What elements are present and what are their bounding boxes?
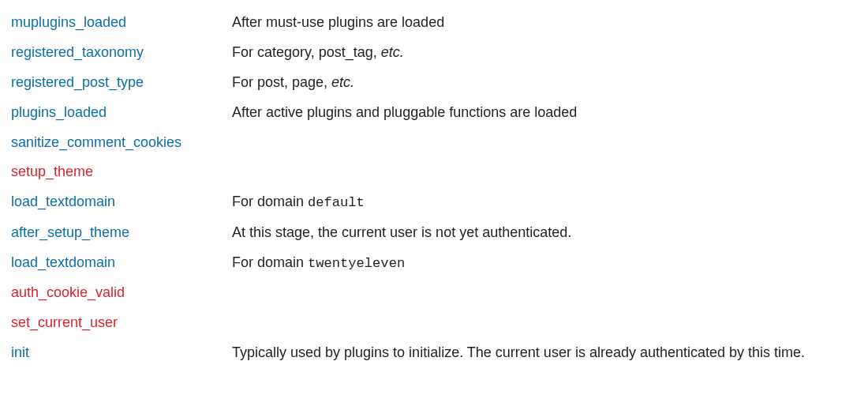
hook-link[interactable]: auth_cookie_valid [11, 284, 125, 300]
hook-cell: load_textdomain [11, 187, 232, 217]
hook-description: After active plugins and pluggable funct… [232, 98, 857, 128]
hook-cell: after_setup_theme [11, 218, 232, 248]
hook-link[interactable]: plugins_loaded [11, 104, 107, 120]
hooks-table: muplugins_loadedAfter must-use plugins a… [11, 8, 857, 368]
hook-link[interactable]: set_current_user [11, 314, 118, 330]
hook-description [232, 128, 857, 158]
hook-cell: registered_taxonomy [11, 38, 232, 68]
table-row: after_setup_themeAt this stage, the curr… [11, 218, 857, 248]
table-row: muplugins_loadedAfter must-use plugins a… [11, 8, 857, 38]
hook-description: After must-use plugins are loaded [232, 8, 857, 38]
hook-cell: load_textdomain [11, 248, 232, 278]
hook-link[interactable]: after_setup_theme [11, 224, 129, 240]
hook-description: Typically used by plugins to initialize.… [232, 338, 857, 368]
hook-link[interactable]: registered_taxonomy [11, 44, 144, 60]
table-row: set_current_user [11, 308, 857, 338]
hook-cell: plugins_loaded [11, 98, 232, 128]
hook-description [232, 308, 857, 338]
hook-cell: auth_cookie_valid [11, 278, 232, 308]
hook-cell: set_current_user [11, 308, 232, 338]
hook-description: For post, page, etc. [232, 68, 857, 98]
table-row: plugins_loadedAfter active plugins and p… [11, 98, 857, 128]
hook-link[interactable]: load_textdomain [11, 194, 115, 209]
hook-description: For category, post_tag, etc. [232, 38, 857, 68]
hook-cell: registered_post_type [11, 68, 232, 98]
hook-link[interactable]: muplugins_loaded [11, 14, 126, 30]
table-row: load_textdomainFor domain twentyeleven [11, 248, 857, 278]
hook-link[interactable]: registered_post_type [11, 74, 144, 90]
table-row: registered_post_typeFor post, page, etc. [11, 68, 857, 98]
hook-link[interactable]: init [11, 344, 29, 360]
table-row: registered_taxonomyFor category, post_ta… [11, 38, 857, 68]
hook-description: At this stage, the current user is not y… [232, 218, 857, 248]
hook-cell: init [11, 338, 232, 368]
table-row: load_textdomainFor domain default [11, 187, 857, 217]
table-row: sanitize_comment_cookies [11, 128, 857, 158]
hook-description [232, 278, 857, 308]
hook-cell: muplugins_loaded [11, 8, 232, 38]
hook-link[interactable]: setup_theme [11, 164, 93, 179]
table-row: setup_theme [11, 157, 857, 187]
hook-cell: setup_theme [11, 157, 232, 187]
hook-cell: sanitize_comment_cookies [11, 128, 232, 158]
hook-description: For domain twentyeleven [232, 248, 857, 278]
hook-description [232, 157, 857, 187]
hook-link[interactable]: load_textdomain [11, 254, 115, 270]
hook-description: For domain default [232, 187, 857, 217]
table-row: initTypically used by plugins to initial… [11, 338, 857, 368]
table-row: auth_cookie_valid [11, 278, 857, 308]
hook-link[interactable]: sanitize_comment_cookies [11, 134, 181, 150]
